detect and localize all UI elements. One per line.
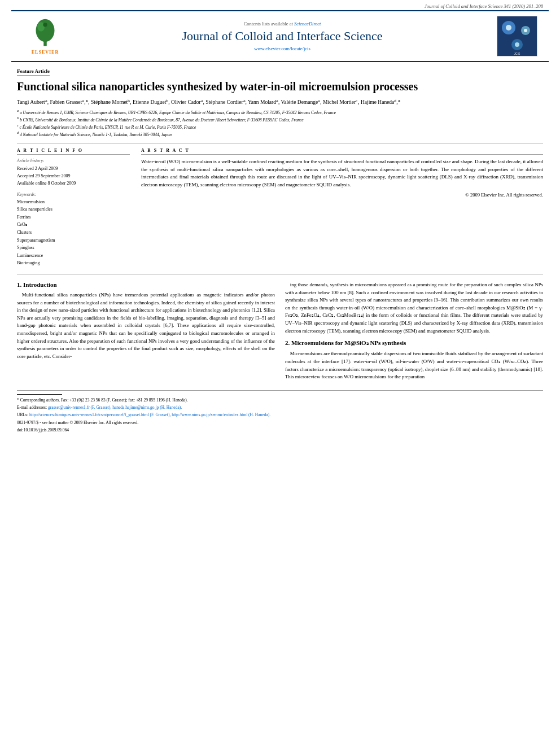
journal-header: ELSEVIER Contents lists available at Sci… — [11, 10, 549, 62]
corresponding-authors-note: * Corresponding authors. Fax: +33 (0)2 2… — [17, 397, 543, 403]
copyright-line: © 2009 Elsevier Inc. All rights reserved… — [141, 192, 543, 198]
accepted-date: Accepted 29 September 2009 — [17, 173, 130, 180]
journal-citation: Journal of Colloid and Interface Science… — [425, 3, 543, 9]
keyword-5: Clusters — [17, 229, 130, 237]
keyword-8: Luminescence — [17, 252, 130, 260]
section-divider — [17, 274, 543, 274]
svg-point-9 — [524, 29, 527, 32]
svg-point-8 — [506, 25, 511, 30]
footnote-divider — [17, 394, 62, 395]
sciencedirect-label: Contents lists available at ScienceDirec… — [68, 21, 497, 27]
keyword-6: Superparamagnetism — [17, 237, 130, 244]
keyword-4: CeO₂ — [17, 221, 130, 229]
url-label: URLs: — [17, 412, 28, 417]
article-info-header: A R T I C L E I N F O — [17, 148, 130, 155]
abstract-text: Water-in-oil (W/O) microemulsion is a we… — [141, 158, 543, 189]
top-journal-line: Journal of Colloid and Interface Science… — [0, 0, 560, 10]
section1-title: 1. Introduction — [17, 281, 275, 288]
available-date: Available online 8 October 2009 — [17, 180, 130, 187]
journal-cover-image: JCIS — [497, 16, 537, 56]
section2-title: 2. Microemulsions for M@SiO₂ NPs synthes… — [285, 339, 543, 347]
affiliation-d: d d National Institute for Materials Sci… — [17, 130, 543, 138]
email-note: E-mail addresses: grasset@univ-rennes1.f… — [17, 404, 543, 410]
keywords-label: Keywords: — [17, 192, 130, 197]
keyword-3: Ferrites — [17, 213, 130, 221]
keyword-1: Microemulsion — [17, 198, 130, 206]
article-dates: Received 2 April 2009 Accepted 29 Septem… — [17, 165, 130, 187]
affiliation-b: b b CNRS, Université de Bordeaux, Instit… — [17, 116, 543, 123]
page-wrapper: Journal of Colloid and Interface Science… — [0, 0, 560, 747]
issn-line: 0021-9797/$ - see front matter © 2009 El… — [17, 420, 543, 426]
section2-text: Microemulsions are thermodynamically sta… — [285, 350, 543, 381]
section1-text-col2: ing those demands, synthesis in microemu… — [285, 281, 543, 335]
feature-article-label: Feature Article — [17, 68, 50, 76]
affiliation-c: c c École Nationale Supérieure de Chimie… — [17, 123, 543, 130]
authors-line: Tangi Aubertᵃ, Fabien Grassetᵃ,*, Stépha… — [17, 98, 543, 106]
email-addresses[interactable]: grasset@univ-rennes1.fr (F. Grasset), ha… — [48, 405, 182, 410]
sciencedirect-link[interactable]: ScienceDirect — [294, 21, 321, 27]
affiliation-a: a a Université de Rennes 1, UMR, Science… — [17, 108, 543, 116]
journal-title-center: Contents lists available at ScienceDirec… — [68, 21, 497, 51]
svg-text:JCIS: JCIS — [514, 52, 521, 55]
abstract-column: A B S T R A C T Water-in-oil (W/O) micro… — [141, 148, 543, 267]
affiliations: a a Université de Rennes 1, UMR, Science… — [17, 108, 543, 137]
keyword-2: Silica nanoparticles — [17, 206, 130, 213]
received-date: Received 2 April 2009 — [17, 165, 130, 173]
elsevier-tree-icon — [28, 18, 62, 49]
svg-point-3 — [43, 23, 47, 27]
svg-point-1 — [36, 19, 55, 42]
svg-point-10 — [515, 42, 519, 47]
main-content: Feature Article Functional silica nanopa… — [17, 62, 543, 440]
section1-text-col1: Multi-functional silica nanoparticles (N… — [17, 291, 275, 361]
article-info-abstract-section: A R T I C L E I N F O Article history: R… — [17, 143, 543, 267]
footnotes-section: * Corresponding authors. Fax: +33 (0)2 2… — [17, 390, 543, 433]
elsevier-brand-text: ELSEVIER — [32, 50, 59, 55]
cover-image-svg: JCIS — [497, 16, 537, 56]
body-left-column: 1. Introduction Multi-functional silica … — [17, 281, 275, 385]
doi-line: doi:10.1016/j.jcis.2009.09.064 — [17, 427, 543, 433]
body-section: 1. Introduction Multi-functional silica … — [17, 281, 543, 385]
article-info-column: A R T I C L E I N F O Article history: R… — [17, 148, 130, 267]
journal-url[interactable]: www.elsevier.com/locate/jcis — [68, 46, 497, 51]
body-right-column: ing those demands, synthesis in microemu… — [285, 281, 543, 385]
keyword-7: Spinglass — [17, 244, 130, 252]
url2[interactable]: http://www.nims.go.jp/semmc/en/index.htm… — [172, 412, 270, 417]
history-label: Article history: — [17, 158, 130, 163]
url1[interactable]: http://scienceschimiques.univ-rennes1.fr… — [29, 412, 170, 417]
abstract-header: A B S T R A C T — [141, 148, 543, 155]
email-label: E-mail addresses: — [17, 405, 47, 410]
paper-title: Functional silica nanoparticles synthesi… — [17, 79, 543, 94]
keywords-list: Microemulsion Silica nanoparticles Ferri… — [17, 198, 130, 267]
url-note: URLs: http://scienceschimiques.univ-renn… — [17, 412, 543, 418]
journal-main-title: Journal of Colloid and Interface Science — [68, 29, 497, 43]
keyword-9: Bio-imaging — [17, 259, 130, 267]
elsevier-logo: ELSEVIER — [23, 18, 68, 55]
